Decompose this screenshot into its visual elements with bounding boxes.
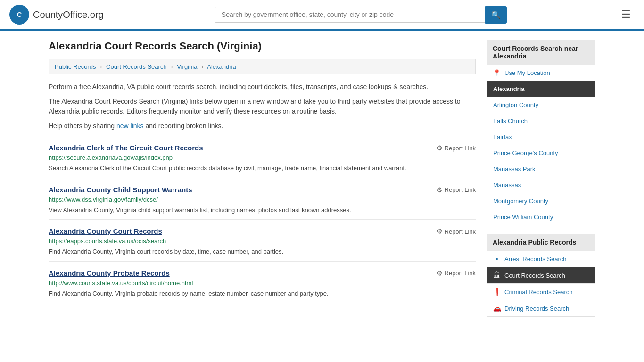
search-input[interactable]: [215, 7, 485, 23]
breadcrumb-public-records[interactable]: Public Records: [55, 63, 96, 70]
search-icon: 🔍: [491, 11, 501, 19]
sidebar-nearby-item-link[interactable]: Manassas Park: [493, 165, 536, 173]
use-my-location-link[interactable]: Use My Location: [504, 69, 550, 76]
search-bar: 🔍: [215, 6, 507, 24]
record-description: View Alexandria County, Virginia child s…: [49, 206, 476, 215]
site-header: C CountyOffice.org 🔍 ☰: [0, 0, 644, 31]
report-icon: ⚙: [436, 269, 442, 278]
sidebar-nearby-item-link[interactable]: Fairfax: [493, 133, 512, 140]
sidebar-public-records-link[interactable]: Criminal Records Search: [504, 288, 573, 296]
description-1: Perform a free Alexandria, VA public cou…: [49, 82, 476, 92]
criminal-icon: ❗: [493, 288, 501, 296]
sidebar-public-records-link[interactable]: Arrest Records Search: [504, 255, 567, 263]
record-item: Alexandria County Court Records ⚙ Report…: [49, 219, 476, 261]
report-icon: ⚙: [436, 227, 442, 236]
content-area: Alexandria Court Records Search (Virgini…: [49, 40, 476, 325]
sidebar-nearby-item-link[interactable]: Arlington County: [493, 101, 538, 108]
nearby-items: AlexandriaArlington CountyFalls ChurchFa…: [487, 81, 595, 225]
logo-icon: C: [9, 5, 29, 25]
sidebar-nearby-item-link[interactable]: Prince George's County: [493, 149, 558, 156]
record-item: Alexandria County Child Support Warrants…: [49, 178, 476, 220]
sidebar-public-records-item[interactable]: 🏛Court Records Search: [487, 267, 595, 284]
report-link-button[interactable]: ⚙ Report Link: [436, 269, 476, 278]
sidebar-nearby-item[interactable]: Manassas: [487, 177, 595, 193]
record-url[interactable]: http://www.courts.state.va.us/courts/cir…: [49, 280, 476, 287]
record-header: Alexandria County Probate Records ⚙ Repo…: [49, 269, 476, 278]
logo-area: C CountyOffice.org: [9, 5, 104, 25]
record-title[interactable]: Alexandria County Court Records: [49, 227, 162, 235]
record-url[interactable]: https://www.dss.virginia.gov/family/dcse…: [49, 196, 476, 203]
record-description: Find Alexandria County, Virginia court r…: [49, 247, 476, 256]
report-link-label: Report Link: [445, 186, 476, 193]
record-title[interactable]: Alexandria County Child Support Warrants: [49, 186, 192, 194]
report-link-button[interactable]: ⚙ Report Link: [436, 186, 476, 194]
record-item: Alexandria Clerk of The Circuit Court Re…: [49, 136, 476, 178]
sidebar-nearby-item[interactable]: Prince William County: [487, 209, 595, 225]
main-container: Alexandria Court Records Search (Virgini…: [39, 31, 605, 335]
sidebar-nearby-item[interactable]: Prince George's County: [487, 145, 595, 161]
sidebar-nearby-item[interactable]: Arlington County: [487, 97, 595, 113]
report-link-label: Report Link: [445, 270, 476, 277]
breadcrumb-court-records-search[interactable]: Court Records Search: [106, 63, 167, 70]
description-3: Help others by sharing new links and rep…: [49, 121, 476, 131]
report-link-label: Report Link: [445, 228, 476, 235]
sidebar-public-records-item[interactable]: 🚗Driving Records Search: [487, 300, 595, 316]
record-url[interactable]: https://eapps.courts.state.va.us/ocis/se…: [49, 238, 476, 245]
report-link-button[interactable]: ⚙ Report Link: [436, 227, 476, 236]
sidebar-nearby-item-label: Alexandria: [493, 85, 524, 92]
record-header: Alexandria County Court Records ⚙ Report…: [49, 227, 476, 236]
report-link-button[interactable]: ⚙ Report Link: [436, 144, 476, 152]
record-header: Alexandria Clerk of The Circuit Court Re…: [49, 144, 476, 152]
report-icon: ⚙: [436, 186, 442, 194]
sidebar-public-records-item[interactable]: ▪Arrest Records Search: [487, 251, 595, 267]
sidebar-nearby-item-link[interactable]: Montgomery County: [493, 197, 548, 205]
record-item: Alexandria County Probate Records ⚙ Repo…: [49, 261, 476, 303]
sidebar-nearby-item-link[interactable]: Falls Church: [493, 117, 528, 124]
breadcrumb-alexandria[interactable]: Alexandria: [207, 63, 236, 70]
new-links-link[interactable]: new links: [116, 122, 144, 130]
sidebar-nearby-item-link[interactable]: Manassas: [493, 181, 521, 189]
menu-button[interactable]: ☰: [618, 7, 635, 23]
sidebar-nearby-title: Court Records Search near Alexandria: [487, 40, 595, 65]
records-list: Alexandria Clerk of The Circuit Court Re…: [49, 136, 476, 303]
record-title[interactable]: Alexandria County Probate Records: [49, 269, 170, 277]
sidebar-use-my-location[interactable]: Use My Location: [487, 65, 595, 81]
record-url[interactable]: https://secure.alexandriava.gov/ajis/ind…: [49, 154, 476, 161]
record-description: Search Alexandria Clerk of the Circuit C…: [49, 164, 476, 173]
record-description: Find Alexandria County, Virginia probate…: [49, 289, 476, 298]
location-pin-icon: [493, 69, 501, 76]
sidebar-public-records-item[interactable]: ❗Criminal Records Search: [487, 284, 595, 300]
breadcrumb: Public Records › Court Records Search › …: [49, 59, 476, 74]
public-records-items: ▪Arrest Records Search🏛Court Records Sea…: [487, 251, 595, 316]
sidebar-nearby-item[interactable]: Alexandria: [487, 81, 595, 97]
sidebar-nearby-list: Use My Location AlexandriaArlington Coun…: [487, 65, 595, 225]
sidebar-nearby-item[interactable]: Manassas Park: [487, 161, 595, 177]
sidebar-public-records-link[interactable]: Driving Records Search: [504, 305, 569, 312]
sidebar-nearby-item[interactable]: Montgomery County: [487, 193, 595, 209]
arrest-icon: ▪: [493, 255, 501, 263]
court-icon: 🏛: [493, 272, 501, 279]
record-title[interactable]: Alexandria Clerk of The Circuit Court Re…: [49, 144, 203, 152]
sidebar-nearby-item[interactable]: Falls Church: [487, 113, 595, 129]
report-icon: ⚙: [436, 144, 442, 152]
record-header: Alexandria County Child Support Warrants…: [49, 186, 476, 194]
sidebar-public-records-title: Alexandria Public Records: [487, 234, 595, 251]
hamburger-icon: ☰: [621, 8, 631, 20]
sidebar-public-records-list: ▪Arrest Records Search🏛Court Records Sea…: [487, 251, 595, 317]
sidebar: Court Records Search near Alexandria Use…: [487, 40, 595, 325]
sidebar-nearby-item-link[interactable]: Prince William County: [493, 214, 553, 221]
search-button[interactable]: 🔍: [485, 6, 507, 24]
breadcrumb-virginia[interactable]: Virginia: [177, 63, 197, 70]
sidebar-public-records-label: Court Records Search: [504, 272, 565, 279]
logo-text: CountyOffice.org: [33, 9, 104, 20]
driving-icon: 🚗: [493, 304, 501, 312]
report-link-label: Report Link: [445, 145, 476, 152]
sidebar-nearby-item[interactable]: Fairfax: [487, 129, 595, 145]
svg-text:C: C: [17, 11, 22, 18]
description-2: The Alexandria Court Records Search (Vir…: [49, 97, 476, 116]
page-title: Alexandria Court Records Search (Virgini…: [49, 40, 476, 52]
